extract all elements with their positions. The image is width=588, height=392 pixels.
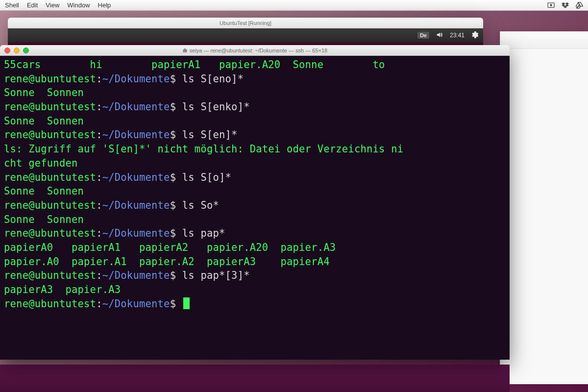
menubar-right bbox=[547, 1, 583, 9]
terminal-line: rene@ubuntutest:~/Dokumente$ ls So* bbox=[4, 198, 506, 213]
prompt-user: rene@ubuntutest bbox=[4, 101, 96, 113]
terminal-output: papierA3 papier.A3 bbox=[4, 284, 121, 295]
prompt-command: ls pap* bbox=[182, 227, 225, 239]
terminal-output: 55cars hi papierA1 papier.A20 Sonne to bbox=[4, 59, 385, 71]
prompt-path: ~/Dokumente bbox=[102, 101, 170, 113]
terminal-output: Sonne Sonnen bbox=[4, 214, 84, 225]
screen-record-icon[interactable] bbox=[547, 1, 555, 9]
prompt-sep: : bbox=[96, 172, 102, 183]
prompt-dollar: $ bbox=[170, 298, 182, 310]
prompt-sep: : bbox=[96, 199, 102, 211]
prompt-dollar: $ bbox=[170, 199, 182, 211]
prompt-command: ls pap*[3]* bbox=[182, 270, 250, 281]
menu-view[interactable]: View bbox=[46, 1, 59, 9]
virtualbox-window: UbuntuTest [Running] De 23:41 bbox=[8, 18, 483, 45]
prompt-dollar: $ bbox=[170, 172, 182, 183]
prompt-command: ls S[enko]* bbox=[182, 101, 250, 113]
prompt-sep: : bbox=[96, 227, 102, 239]
svg-point-1 bbox=[550, 4, 552, 6]
terminal-output: papier.A0 papier.A1 papier.A2 papierA3 p… bbox=[4, 256, 330, 268]
prompt-sep: : bbox=[96, 73, 102, 85]
prompt-path: ~/Dokumente bbox=[102, 298, 170, 310]
terminal-line: papierA0 papierA1 papierA2 papier.A20 pa… bbox=[4, 241, 506, 255]
terminal-window: seiya — rene@ubuntutest: ~/Dokumente — s… bbox=[0, 45, 510, 360]
prompt-user: rene@ubuntutest bbox=[4, 298, 96, 310]
prompt-path: ~/Dokumente bbox=[102, 73, 170, 85]
prompt-user: rene@ubuntutest bbox=[4, 227, 96, 239]
prompt-dollar: $ bbox=[170, 73, 182, 85]
terminal-line: rene@ubuntutest:~/Dokumente$ ls pap* bbox=[4, 226, 506, 241]
menubar-left: Shell Edit View Window Help bbox=[5, 1, 111, 9]
prompt-sep: : bbox=[96, 129, 102, 141]
terminal-line: rene@ubuntutest:~/Dokumente$ ls S[eno]* bbox=[4, 72, 506, 86]
prompt-dollar: $ bbox=[170, 270, 182, 281]
window-controls bbox=[4, 48, 29, 53]
terminal-line: Sonne Sonnen bbox=[4, 213, 506, 227]
terminal-line: ls: Zugriff auf 'S[en]*' nicht möglich: … bbox=[4, 142, 506, 156]
prompt-path: ~/Dokumente bbox=[102, 227, 170, 239]
terminal-line: Sonne Sonnen bbox=[4, 184, 506, 198]
dropbox-icon[interactable] bbox=[562, 1, 569, 9]
terminal-output: Sonne Sonnen bbox=[4, 87, 84, 98]
terminal-line: cht gefunden bbox=[4, 156, 506, 171]
terminal-line: papier.A0 papier.A1 papier.A2 papierA3 p… bbox=[4, 255, 506, 269]
terminal-body[interactable]: 55cars hi papierA1 papier.A20 Sonne tore… bbox=[0, 56, 510, 360]
prompt-command: ls So* bbox=[182, 199, 219, 211]
terminal-output: ls: Zugriff auf 'S[en]*' nicht möglich: … bbox=[4, 143, 403, 155]
prompt-command: ls S[eno]* bbox=[182, 73, 244, 85]
prompt-dollar: $ bbox=[170, 227, 182, 239]
prompt-dollar: $ bbox=[170, 129, 182, 141]
terminal-line: rene@ubuntutest:~/Dokumente$ ls pap*[3]* bbox=[4, 269, 506, 283]
prompt-path: ~/Dokumente bbox=[102, 172, 170, 183]
terminal-line: rene@ubuntutest:~/Dokumente$ bbox=[4, 297, 506, 311]
prompt-sep: : bbox=[96, 298, 102, 310]
home-icon bbox=[182, 48, 188, 53]
terminal-line: Sonne Sonnen bbox=[4, 114, 506, 128]
terminal-output: Sonne Sonnen bbox=[4, 185, 84, 197]
prompt-user: rene@ubuntutest bbox=[4, 129, 96, 141]
terminal-title-text: seiya — rene@ubuntutest: ~/Dokumente — s… bbox=[190, 48, 327, 53]
menu-help[interactable]: Help bbox=[98, 1, 111, 9]
prompt-user: rene@ubuntutest bbox=[4, 199, 96, 211]
settings-gear-icon[interactable] bbox=[471, 31, 478, 40]
terminal-output: cht gefunden bbox=[4, 157, 78, 169]
prompt-user: rene@ubuntutest bbox=[4, 270, 96, 281]
google-drive-icon[interactable] bbox=[576, 1, 583, 9]
prompt-command: ls S[o]* bbox=[182, 172, 231, 183]
terminal-output: papierA0 papierA1 papierA2 papier.A20 pa… bbox=[4, 242, 336, 253]
prompt-command: ls S[en]* bbox=[182, 129, 238, 141]
prompt-sep: : bbox=[96, 270, 102, 281]
terminal-line: rene@ubuntutest:~/Dokumente$ ls S[o]* bbox=[4, 171, 506, 185]
ubuntu-top-panel: De 23:41 bbox=[8, 28, 483, 42]
keyboard-layout-indicator[interactable]: De bbox=[417, 32, 429, 39]
terminal-line: Sonne Sonnen bbox=[4, 86, 506, 100]
background-window-body bbox=[500, 49, 588, 392]
terminal-line: rene@ubuntutest:~/Dokumente$ ls S[enko]* bbox=[4, 100, 506, 114]
virtualbox-title: UbuntuTest [Running] bbox=[220, 20, 271, 26]
terminal-output: Sonne Sonnen bbox=[4, 115, 84, 127]
virtualbox-titlebar[interactable]: UbuntuTest [Running] bbox=[8, 18, 483, 28]
menu-window[interactable]: Window bbox=[67, 1, 90, 9]
menu-edit[interactable]: Edit bbox=[27, 1, 38, 9]
volume-icon[interactable] bbox=[436, 31, 443, 40]
clock[interactable]: 23:41 bbox=[450, 32, 465, 39]
prompt-path: ~/Dokumente bbox=[102, 129, 170, 141]
macos-menubar: Shell Edit View Window Help bbox=[0, 0, 588, 11]
prompt-sep: : bbox=[96, 101, 102, 113]
terminal-cursor bbox=[183, 297, 190, 309]
prompt-user: rene@ubuntutest bbox=[4, 73, 96, 85]
terminal-line: rene@ubuntutest:~/Dokumente$ ls S[en]* bbox=[4, 128, 506, 142]
prompt-user: rene@ubuntutest bbox=[4, 172, 96, 183]
prompt-path: ~/Dokumente bbox=[102, 199, 170, 211]
terminal-titlebar[interactable]: seiya — rene@ubuntutest: ~/Dokumente — s… bbox=[0, 45, 510, 56]
background-window-toolbar bbox=[500, 31, 588, 49]
ubuntu-desktop-bottom bbox=[0, 365, 510, 392]
terminal-title: seiya — rene@ubuntutest: ~/Dokumente — s… bbox=[0, 48, 510, 53]
terminal-line: papierA3 papier.A3 bbox=[4, 283, 506, 297]
close-button[interactable] bbox=[4, 48, 10, 53]
zoom-button[interactable] bbox=[23, 48, 29, 53]
menu-shell[interactable]: Shell bbox=[5, 1, 19, 9]
prompt-dollar: $ bbox=[170, 101, 182, 113]
minimize-button[interactable] bbox=[14, 48, 20, 53]
prompt-path: ~/Dokumente bbox=[102, 270, 170, 281]
